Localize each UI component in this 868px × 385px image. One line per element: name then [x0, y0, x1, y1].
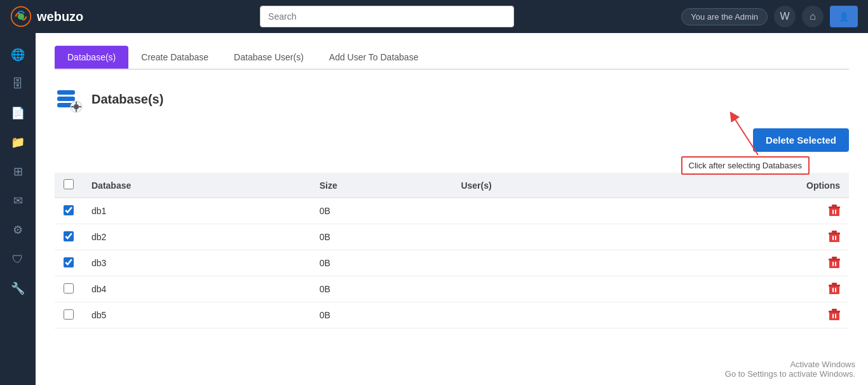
activate-line1: Activate Windows [725, 360, 855, 369]
svg-rect-21 [832, 231, 837, 233]
svg-line-11 [733, 116, 758, 155]
svg-rect-2 [57, 90, 75, 95]
table-row: db4 0B [55, 276, 849, 302]
select-all-checkbox[interactable] [64, 179, 74, 189]
svg-rect-18 [832, 236, 834, 240]
row-dbname-db3: db3 [83, 250, 311, 276]
svg-rect-14 [835, 210, 836, 214]
top-navigation: webuzo You are the Admin W ⌂ 👤 [0, 0, 868, 33]
delete-row-icon-db2[interactable] [653, 231, 840, 243]
svg-rect-15 [829, 206, 840, 208]
row-dbname-db4: db4 [83, 276, 311, 302]
delete-row-icon-db4[interactable] [653, 283, 840, 295]
row-checkbox-db4[interactable] [64, 283, 74, 294]
wrench-icon: 🔧 [11, 281, 25, 295]
row-size-db5: 0B [311, 302, 452, 328]
sidebar-item-globe[interactable]: 🌐 [5, 42, 31, 67]
svg-rect-9 [71, 106, 74, 107]
tab-database-users[interactable]: Database User(s) [221, 46, 316, 69]
delete-selected-button[interactable]: Delete Selected [753, 128, 849, 152]
row-checkbox-db5[interactable] [64, 309, 74, 320]
svg-rect-29 [835, 288, 836, 292]
sidebar-item-wrench[interactable]: 🔧 [5, 276, 31, 301]
tab-create-database[interactable]: Create Database [128, 46, 221, 69]
svg-rect-10 [79, 106, 81, 107]
svg-rect-26 [832, 257, 837, 259]
search-input[interactable] [260, 6, 514, 27]
svg-rect-30 [829, 285, 840, 287]
col-header-database: Database [83, 173, 311, 198]
activate-windows-watermark: Activate Windows Go to Settings to activ… [725, 360, 855, 379]
svg-rect-16 [832, 205, 837, 206]
sidebar-item-database[interactable]: 🗄 [5, 71, 31, 97]
wordpress-icon-btn[interactable]: W [774, 6, 796, 27]
svg-rect-19 [835, 236, 836, 240]
user-button[interactable]: 👤 [830, 6, 858, 27]
row-options-db1 [644, 198, 849, 224]
databases-table-wrapper: Database Size User(s) Options db1 0B [55, 173, 849, 328]
svg-rect-25 [829, 259, 840, 260]
svg-rect-20 [829, 233, 840, 234]
row-users-db4 [452, 276, 644, 302]
svg-rect-35 [829, 311, 840, 313]
svg-point-6 [74, 104, 79, 109]
svg-rect-34 [835, 314, 836, 318]
admin-badge: You are the Admin [681, 8, 768, 25]
row-dbname-db5: db5 [83, 302, 311, 328]
sidebar-item-settings[interactable]: ⚙ [5, 217, 31, 243]
tab-databases[interactable]: Database(s) [55, 46, 128, 69]
row-options-db5 [644, 302, 849, 328]
svg-rect-12 [829, 208, 839, 216]
database-page-icon [55, 85, 83, 113]
tab-add-user-to-database[interactable]: Add User To Database [316, 46, 431, 69]
globe-icon: 🌐 [11, 48, 25, 62]
sidebar-item-folder[interactable]: 📁 [5, 130, 31, 155]
row-dbname-db1: db1 [83, 198, 311, 224]
row-size-db2: 0B [311, 224, 452, 250]
row-options-db3 [644, 250, 849, 276]
delete-row-icon-db1[interactable] [653, 205, 840, 217]
sidebar-item-shield[interactable]: 🛡 [5, 247, 31, 272]
table-row: db2 0B [55, 224, 849, 250]
row-checkbox-cell [55, 302, 83, 328]
sidebar: 🌐 🗄 📄 📁 ⊞ ✉ ⚙ 🛡 🔧 [0, 33, 36, 385]
delete-row-icon-db5[interactable] [653, 309, 840, 321]
svg-rect-32 [829, 312, 839, 320]
col-header-options: Options [644, 173, 849, 198]
row-users-db2 [452, 224, 644, 250]
database-icon: 🗄 [12, 78, 24, 91]
settings-icon: ⚙ [13, 223, 23, 237]
sidebar-item-mail[interactable]: ✉ [5, 188, 31, 213]
row-checkbox-db3[interactable] [64, 257, 74, 267]
svg-rect-27 [829, 286, 839, 294]
col-header-users: User(s) [452, 173, 644, 198]
mail-icon: ✉ [13, 194, 23, 208]
page-header: Database(s) [55, 85, 849, 113]
row-size-db4: 0B [311, 276, 452, 302]
main-content: Database(s) Create Database Database Use… [36, 33, 868, 385]
activate-line2: Go to Settings to activate Windows. [725, 369, 855, 379]
svg-rect-8 [76, 109, 77, 112]
databases-table: Database Size User(s) Options db1 0B [55, 173, 849, 328]
svg-rect-28 [832, 288, 834, 292]
wordpress-icon: W [780, 11, 789, 22]
row-checkbox-db1[interactable] [64, 205, 74, 215]
table-row: db3 0B [55, 250, 849, 276]
annotation-arrow-svg [726, 112, 764, 158]
sidebar-item-file[interactable]: 📄 [5, 100, 31, 126]
row-checkbox-cell [55, 198, 83, 224]
row-size-db1: 0B [311, 198, 452, 224]
folder-icon: 📁 [11, 135, 25, 149]
home-icon-btn[interactable]: ⌂ [802, 6, 824, 27]
row-checkbox-cell [55, 250, 83, 276]
grid-icon: ⊞ [13, 165, 23, 179]
svg-rect-36 [832, 309, 837, 311]
row-options-db2 [644, 224, 849, 250]
logo[interactable]: webuzo [10, 6, 93, 27]
table-header-row: Database Size User(s) Options [55, 173, 849, 198]
search-wrapper [100, 6, 674, 27]
row-checkbox-db2[interactable] [64, 231, 74, 241]
sidebar-item-grid[interactable]: ⊞ [5, 159, 31, 184]
svg-rect-17 [829, 234, 839, 242]
delete-row-icon-db3[interactable] [653, 257, 840, 269]
